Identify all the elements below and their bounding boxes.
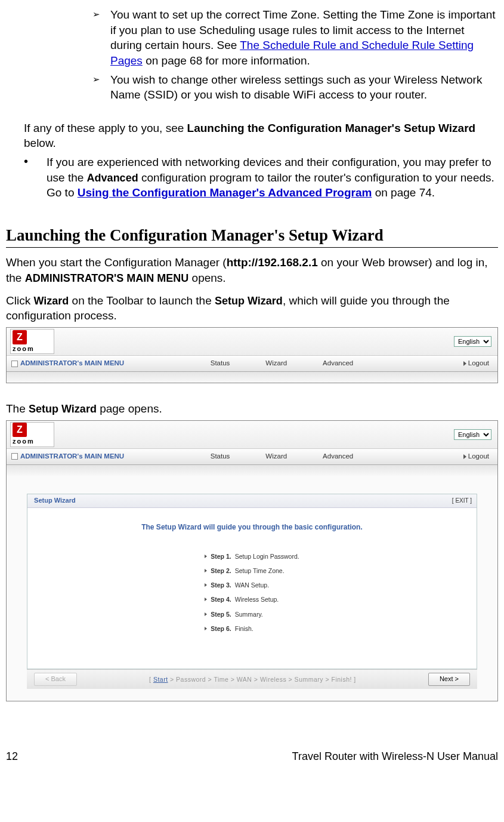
text: on the Toolbar to launch the — [69, 294, 215, 307]
caret-icon — [205, 598, 207, 601]
menu-items: Status Wizard Advanced — [211, 359, 354, 368]
caret-icon — [205, 583, 207, 587]
logo-text: zoom — [13, 344, 35, 353]
step-desc: Wireless Setup. — [235, 595, 279, 604]
text: You wish to change other wireless settin… — [110, 73, 482, 101]
step-row: Step 3. WAN Setup. — [205, 581, 299, 589]
setup-wizard-word2: Setup Wizard — [29, 403, 97, 415]
step-row: Step 5. Summary. — [205, 610, 299, 618]
caret-icon — [205, 627, 207, 630]
caret-icon — [205, 569, 207, 572]
step-row: Step 2. Setup Time Zone. — [205, 567, 299, 575]
bullet-advanced: If you are experienced with networking d… — [6, 155, 498, 201]
para-click-wizard: Click Wizard on the Toolbar to launch th… — [6, 293, 498, 324]
page-number: 12 — [6, 749, 18, 763]
triangle-icon2 — [463, 454, 466, 459]
url: http://192.168.2.1 — [227, 256, 318, 269]
topbar2: Z zoom English — [7, 421, 497, 448]
text: The — [6, 402, 29, 415]
caret-icon — [205, 555, 207, 558]
step-label: Step 6. — [211, 624, 231, 633]
menu-advanced[interactable]: Advanced — [323, 359, 353, 368]
footer-title: Travel Router with Wireless-N User Manua… — [292, 749, 498, 763]
menu-status2[interactable]: Status — [211, 452, 230, 461]
panel-header: Setup Wizard [ EXIT ] — [27, 494, 477, 508]
menu-status[interactable]: Status — [211, 359, 230, 368]
logo-z-icon2: Z — [13, 423, 27, 437]
menu-logout[interactable]: Logout — [463, 359, 489, 368]
if-apply-para: If any of these apply to you, see Launch… — [6, 121, 498, 151]
topbar: Z zoom English — [7, 328, 497, 355]
text: on page 68 for more information. — [143, 54, 310, 67]
logo-text2: zoom — [13, 437, 35, 446]
menubar2: ADMINISTRATOR's MAIN MENU Status Wizard … — [7, 448, 497, 465]
admin-menu-label2: ADMINISTRATOR's MAIN MENU — [11, 452, 124, 461]
advanced-word: Advanced — [87, 172, 138, 184]
step-desc: Setup Time Zone. — [235, 567, 285, 575]
wizard-panel: Setup Wizard [ EXIT ] The Setup Wizard w… — [27, 494, 477, 669]
square-icon2 — [11, 453, 18, 460]
text: opens. — [188, 272, 225, 284]
menu-items2: Status Wizard Advanced — [211, 452, 354, 461]
admin-menu-ref: ADMINISTRATOR'S MAIN MENU — [25, 272, 189, 284]
breadcrumb-current: Start — [153, 676, 168, 683]
text: below. — [24, 137, 56, 149]
text: on page 74. — [372, 186, 435, 199]
caret-icon — [205, 612, 207, 616]
zoom-logo: Z zoom — [10, 329, 54, 354]
text: When you start the Configuration Manager… — [6, 256, 227, 269]
bullet-timezone: You want to set up the correct Time Zone… — [6, 7, 498, 69]
wizard-container: Setup Wizard [ EXIT ] The Setup Wizard w… — [7, 476, 497, 701]
text: If any of these apply to you, see — [24, 122, 187, 134]
triangle-icon — [463, 361, 466, 366]
next-button[interactable]: Next > — [428, 673, 470, 686]
text: page opens. — [97, 402, 162, 415]
step-label: Step 4. — [211, 595, 231, 604]
wizard-word: Wizard — [33, 295, 69, 307]
panel-title: Setup Wizard — [34, 496, 76, 505]
exit-link[interactable]: [ EXIT ] — [452, 497, 472, 505]
page-footer: 12 Travel Router with Wireless-N User Ma… — [6, 749, 498, 763]
menu-logout2[interactable]: Logout — [463, 452, 489, 461]
link-advanced-program[interactable]: Using the Configuration Manager's Advanc… — [78, 186, 372, 199]
wizard-bottombar: < Back [ Start > Password > Time > WAN >… — [27, 669, 477, 689]
step-desc: Finish. — [235, 624, 253, 633]
zoom-logo2: Z zoom — [10, 422, 54, 447]
logo-z-icon: Z — [13, 330, 27, 344]
setup-wizard-word: Setup Wizard — [215, 295, 283, 307]
menu-advanced2[interactable]: Advanced — [323, 452, 353, 461]
step-label: Step 3. — [211, 581, 231, 589]
wizard-headline: The Setup Wizard will guide you through … — [39, 522, 465, 532]
menubar: ADMINISTRATOR's MAIN MENU Status Wizard … — [7, 355, 497, 372]
bullet-ssid: You wish to change other wireless settin… — [6, 72, 498, 103]
wizard-breadcrumb: [ Start > Password > Time > WAN > Wirele… — [77, 675, 428, 684]
gradient-strip — [7, 372, 497, 383]
language-select2[interactable]: English — [454, 429, 491, 440]
text: Click — [6, 294, 33, 307]
section-heading: Launching the Configuration Manager's Se… — [6, 224, 498, 248]
gradient-strip2 — [7, 465, 497, 476]
menu-wizard2[interactable]: Wizard — [265, 452, 287, 461]
step-desc: Summary. — [235, 610, 263, 618]
para-start-config: When you start the Configuration Manager… — [6, 255, 498, 285]
admin-menu-label: ADMINISTRATOR's MAIN MENU — [11, 359, 124, 368]
step-label: Step 5. — [211, 610, 231, 618]
menu-wizard[interactable]: Wizard — [265, 359, 287, 368]
language-select[interactable]: English — [454, 336, 491, 347]
step-desc: WAN Setup. — [235, 581, 269, 589]
screenshot-main-menu: Z zoom English ADMINISTRATOR's MAIN MENU… — [6, 327, 498, 383]
panel-body: The Setup Wizard will guide you through … — [27, 508, 477, 669]
step-row: Step 6. Finish. — [205, 624, 299, 633]
back-button: < Back — [34, 673, 77, 686]
para-page-opens: The Setup Wizard page opens. — [6, 401, 498, 417]
step-label: Step 2. — [211, 567, 231, 575]
square-icon — [11, 361, 18, 367]
steps-list: Step 1. Setup Login Password.Step 2. Set… — [205, 546, 299, 639]
screenshot-setup-wizard: Z zoom English ADMINISTRATOR's MAIN MENU… — [6, 420, 498, 701]
step-desc: Setup Login Password. — [235, 552, 299, 561]
step-row: Step 4. Wireless Setup. — [205, 595, 299, 604]
step-row: Step 1. Setup Login Password. — [205, 552, 299, 561]
bold-launching: Launching the Configuration Manager's Se… — [187, 122, 476, 134]
step-label: Step 1. — [211, 552, 231, 561]
